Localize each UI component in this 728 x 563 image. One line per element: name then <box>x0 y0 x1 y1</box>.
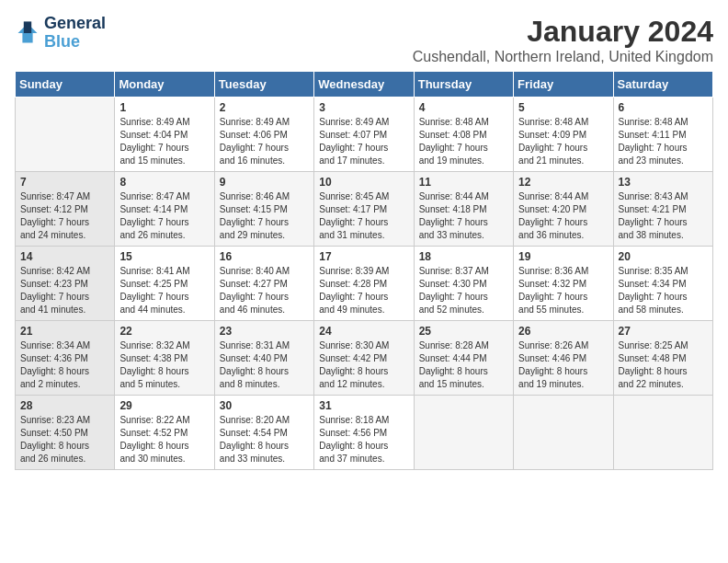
calendar-week-row: 14Sunrise: 8:42 AM Sunset: 4:23 PM Dayli… <box>16 247 713 321</box>
day-info: Sunrise: 8:39 AM Sunset: 4:28 PM Dayligh… <box>319 265 408 316</box>
calendar-cell: 15Sunrise: 8:41 AM Sunset: 4:25 PM Dayli… <box>115 247 214 321</box>
day-info: Sunrise: 8:49 AM Sunset: 4:04 PM Dayligh… <box>119 116 209 167</box>
day-number: 12 <box>518 176 608 189</box>
day-info: Sunrise: 8:36 AM Sunset: 4:32 PM Dayligh… <box>518 265 608 316</box>
calendar-cell: 8Sunrise: 8:47 AM Sunset: 4:14 PM Daylig… <box>115 172 214 247</box>
day-info: Sunrise: 8:40 AM Sunset: 4:27 PM Dayligh… <box>220 265 309 316</box>
calendar-cell: 25Sunrise: 8:28 AM Sunset: 4:44 PM Dayli… <box>414 321 513 396</box>
calendar-cell: 23Sunrise: 8:31 AM Sunset: 4:40 PM Dayli… <box>214 321 313 396</box>
header-saturday: Saturday <box>613 72 712 98</box>
calendar-cell: 27Sunrise: 8:25 AM Sunset: 4:48 PM Dayli… <box>613 321 712 396</box>
day-info: Sunrise: 8:47 AM Sunset: 4:12 PM Dayligh… <box>20 190 109 242</box>
day-info: Sunrise: 8:18 AM Sunset: 4:56 PM Dayligh… <box>319 414 408 465</box>
day-number: 18 <box>419 250 508 263</box>
day-number: 6 <box>619 101 708 114</box>
header-tuesday: Tuesday <box>214 72 313 98</box>
calendar-header-row: SundayMondayTuesdayWednesdayThursdayFrid… <box>16 72 713 98</box>
calendar-cell: 11Sunrise: 8:44 AM Sunset: 4:18 PM Dayli… <box>414 172 513 247</box>
day-number: 4 <box>419 101 508 114</box>
day-info: Sunrise: 8:28 AM Sunset: 4:44 PM Dayligh… <box>419 339 508 391</box>
day-number: 14 <box>20 250 109 263</box>
month-title: January 2024 <box>413 15 713 49</box>
day-info: Sunrise: 8:30 AM Sunset: 4:42 PM Dayligh… <box>319 339 408 391</box>
day-number: 23 <box>220 325 309 338</box>
calendar-week-row: 28Sunrise: 8:23 AM Sunset: 4:50 PM Dayli… <box>16 396 713 470</box>
day-info: Sunrise: 8:43 AM Sunset: 4:21 PM Dayligh… <box>619 190 708 242</box>
day-number: 27 <box>619 325 708 338</box>
svg-rect-1 <box>24 21 31 33</box>
calendar-cell: 6Sunrise: 8:48 AM Sunset: 4:11 PM Daylig… <box>613 98 712 172</box>
logo-line2: Blue <box>44 32 80 51</box>
day-number: 25 <box>419 325 508 338</box>
calendar-cell: 21Sunrise: 8:34 AM Sunset: 4:36 PM Dayli… <box>16 321 115 396</box>
day-info: Sunrise: 8:22 AM Sunset: 4:52 PM Dayligh… <box>119 414 209 465</box>
day-number: 7 <box>20 176 109 189</box>
day-info: Sunrise: 8:45 AM Sunset: 4:17 PM Dayligh… <box>319 190 408 242</box>
calendar-week-row: 1Sunrise: 8:49 AM Sunset: 4:04 PM Daylig… <box>16 98 713 172</box>
day-number: 21 <box>20 325 109 338</box>
calendar-cell <box>514 396 613 470</box>
day-info: Sunrise: 8:49 AM Sunset: 4:06 PM Dayligh… <box>220 116 309 167</box>
day-info: Sunrise: 8:32 AM Sunset: 4:38 PM Dayligh… <box>119 339 209 391</box>
day-info: Sunrise: 8:44 AM Sunset: 4:18 PM Dayligh… <box>419 190 508 242</box>
logo: General Blue <box>15 15 106 52</box>
page-header: General Blue January 2024 Cushendall, No… <box>15 15 713 65</box>
day-info: Sunrise: 8:37 AM Sunset: 4:30 PM Dayligh… <box>419 265 508 316</box>
header-monday: Monday <box>115 72 214 98</box>
header-sunday: Sunday <box>16 72 115 98</box>
header-friday: Friday <box>514 72 613 98</box>
calendar-cell: 26Sunrise: 8:26 AM Sunset: 4:46 PM Dayli… <box>514 321 613 396</box>
calendar-cell: 20Sunrise: 8:35 AM Sunset: 4:34 PM Dayli… <box>613 247 712 321</box>
day-number: 31 <box>319 399 408 412</box>
day-info: Sunrise: 8:34 AM Sunset: 4:36 PM Dayligh… <box>20 339 109 391</box>
day-info: Sunrise: 8:48 AM Sunset: 4:08 PM Dayligh… <box>419 116 508 167</box>
day-number: 28 <box>20 399 109 412</box>
day-info: Sunrise: 8:49 AM Sunset: 4:07 PM Dayligh… <box>319 116 408 167</box>
calendar-table: SundayMondayTuesdayWednesdayThursdayFrid… <box>15 71 713 470</box>
day-number: 8 <box>119 176 209 189</box>
calendar-cell: 12Sunrise: 8:44 AM Sunset: 4:20 PM Dayli… <box>514 172 613 247</box>
day-info: Sunrise: 8:20 AM Sunset: 4:54 PM Dayligh… <box>220 414 309 465</box>
day-number: 26 <box>518 325 608 338</box>
day-number: 13 <box>619 176 708 189</box>
calendar-cell: 3Sunrise: 8:49 AM Sunset: 4:07 PM Daylig… <box>314 98 414 172</box>
calendar-cell: 4Sunrise: 8:48 AM Sunset: 4:08 PM Daylig… <box>414 98 513 172</box>
calendar-cell: 16Sunrise: 8:40 AM Sunset: 4:27 PM Dayli… <box>214 247 313 321</box>
calendar-cell: 31Sunrise: 8:18 AM Sunset: 4:56 PM Dayli… <box>314 396 414 470</box>
day-number: 22 <box>119 325 209 338</box>
day-info: Sunrise: 8:41 AM Sunset: 4:25 PM Dayligh… <box>119 265 209 316</box>
calendar-cell: 14Sunrise: 8:42 AM Sunset: 4:23 PM Dayli… <box>16 247 115 321</box>
day-info: Sunrise: 8:44 AM Sunset: 4:20 PM Dayligh… <box>518 190 608 242</box>
calendar-cell: 18Sunrise: 8:37 AM Sunset: 4:30 PM Dayli… <box>414 247 513 321</box>
calendar-cell: 24Sunrise: 8:30 AM Sunset: 4:42 PM Dayli… <box>314 321 414 396</box>
day-number: 29 <box>119 399 209 412</box>
day-number: 30 <box>220 399 309 412</box>
day-number: 17 <box>319 250 408 263</box>
day-number: 1 <box>119 101 209 114</box>
calendar-cell: 7Sunrise: 8:47 AM Sunset: 4:12 PM Daylig… <box>16 172 115 247</box>
day-number: 10 <box>319 176 408 189</box>
calendar-cell: 9Sunrise: 8:46 AM Sunset: 4:15 PM Daylig… <box>214 172 313 247</box>
calendar-cell: 5Sunrise: 8:48 AM Sunset: 4:09 PM Daylig… <box>514 98 613 172</box>
calendar-cell <box>16 98 115 172</box>
day-number: 11 <box>419 176 508 189</box>
day-number: 24 <box>319 325 408 338</box>
day-info: Sunrise: 8:35 AM Sunset: 4:34 PM Dayligh… <box>619 265 708 316</box>
day-number: 19 <box>518 250 608 263</box>
calendar-cell <box>414 396 513 470</box>
calendar-cell <box>613 396 712 470</box>
day-number: 5 <box>518 101 608 114</box>
day-info: Sunrise: 8:46 AM Sunset: 4:15 PM Dayligh… <box>220 190 309 242</box>
title-area: January 2024 Cushendall, Northern Irelan… <box>413 15 713 65</box>
day-number: 2 <box>220 101 309 114</box>
calendar-cell: 1Sunrise: 8:49 AM Sunset: 4:04 PM Daylig… <box>115 98 214 172</box>
day-number: 3 <box>319 101 408 114</box>
calendar-week-row: 21Sunrise: 8:34 AM Sunset: 4:36 PM Dayli… <box>16 321 713 396</box>
calendar-cell: 28Sunrise: 8:23 AM Sunset: 4:50 PM Dayli… <box>16 396 115 470</box>
calendar-cell: 13Sunrise: 8:43 AM Sunset: 4:21 PM Dayli… <box>613 172 712 247</box>
calendar-cell: 17Sunrise: 8:39 AM Sunset: 4:28 PM Dayli… <box>314 247 414 321</box>
day-number: 20 <box>619 250 708 263</box>
day-info: Sunrise: 8:48 AM Sunset: 4:09 PM Dayligh… <box>518 116 608 167</box>
day-info: Sunrise: 8:31 AM Sunset: 4:40 PM Dayligh… <box>220 339 309 391</box>
calendar-cell: 2Sunrise: 8:49 AM Sunset: 4:06 PM Daylig… <box>214 98 313 172</box>
